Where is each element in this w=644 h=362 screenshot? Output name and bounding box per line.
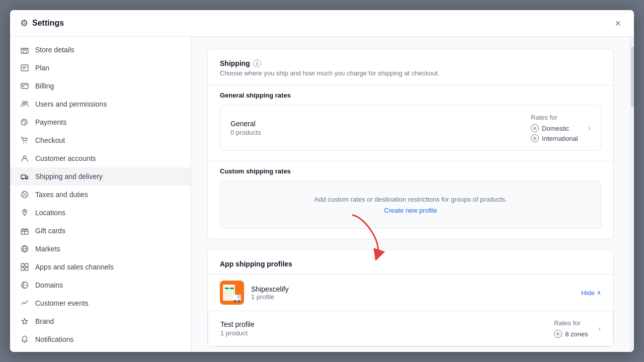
- general-card-name: General: [230, 120, 531, 128]
- sidebar-label-gift-cards: Gift cards: [35, 227, 65, 235]
- svg-point-37: [234, 301, 235, 302]
- sidebar-item-payments[interactable]: Payments: [10, 113, 191, 131]
- customer-accounts-icon: [20, 154, 29, 163]
- sidebar-label-plan: Plan: [35, 64, 49, 72]
- test-profile-name: Test profile: [220, 320, 554, 328]
- sidebar-label-domains: Domains: [35, 281, 63, 289]
- taxes-icon: [20, 190, 29, 199]
- locations-icon: [20, 208, 29, 217]
- app-info: Shipexcelify 1 profile: [251, 285, 289, 301]
- domestic-rate: ⊕ Domestic: [531, 124, 578, 132]
- close-button[interactable]: ×: [612, 17, 624, 29]
- sidebar-item-billing[interactable]: Billing: [10, 77, 191, 95]
- test-profile-left: Test profile 1 product: [220, 320, 554, 337]
- sidebar: Store details Plan Billing Users and per…: [10, 37, 191, 352]
- app-profiles-title: App shipping profiles: [208, 250, 613, 274]
- sidebar-item-customer-events[interactable]: Customer events: [10, 294, 191, 312]
- shipexcelify-icon-svg: [220, 281, 244, 305]
- main-inner: Shipping i Choose where you ship and how…: [191, 37, 630, 352]
- chevron-up-icon: ∧: [597, 289, 601, 296]
- sidebar-label-customer-accounts: Customer accounts: [35, 154, 96, 162]
- users-icon: [20, 100, 29, 109]
- svg-rect-20: [25, 267, 28, 270]
- svg-rect-17: [21, 263, 24, 266]
- svg-rect-18: [25, 263, 28, 266]
- test-profile-right: Rates for ⊕ 8 zones: [554, 319, 588, 338]
- app-count: 1 profile: [251, 293, 289, 301]
- svg-rect-19: [21, 267, 24, 270]
- domains-icon: [20, 281, 29, 290]
- sidebar-item-store-details[interactable]: Store details: [10, 41, 191, 59]
- globe-icon-domestic: ⊕: [531, 124, 539, 132]
- sidebar-item-apps[interactable]: Apps and sales channels: [10, 258, 191, 276]
- sidebar-label-users: Users and permissions: [35, 100, 107, 108]
- app-profiles-section: App shipping profiles: [207, 249, 614, 347]
- domestic-label: Domestic: [542, 125, 569, 132]
- title-bar: ⚙ Settings ×: [10, 10, 634, 37]
- window-title: Settings: [32, 19, 64, 28]
- globe-icon-zones: ⊕: [554, 330, 562, 338]
- markets-icon: [20, 244, 29, 253]
- svg-rect-29: [225, 290, 229, 292]
- sidebar-label-checkout: Checkout: [35, 136, 65, 144]
- sidebar-item-users[interactable]: Users and permissions: [10, 95, 191, 113]
- sidebar-item-checkout[interactable]: Checkout: [10, 131, 191, 149]
- app-icon: [220, 281, 244, 305]
- international-label: International: [542, 135, 578, 142]
- svg-point-14: [24, 211, 26, 212]
- svg-point-5: [23, 102, 25, 104]
- info-icon[interactable]: i: [253, 59, 261, 67]
- sidebar-label-store-details: Store details: [35, 46, 74, 54]
- general-rates-card[interactable]: General 0 products Rates for ⊕ Domestic …: [220, 105, 601, 151]
- test-profile-card[interactable]: Test profile 1 product Rates for ⊕ 8 zon…: [208, 311, 613, 346]
- gift-cards-icon: [20, 226, 29, 235]
- svg-point-9: [24, 156, 26, 158]
- checkout-icon: [20, 136, 29, 145]
- sidebar-label-notifications: Notifications: [35, 335, 73, 343]
- sidebar-item-markets[interactable]: Markets: [10, 240, 191, 258]
- sidebar-item-brand[interactable]: Brand: [10, 312, 191, 330]
- rates-card-right: Rates for ⊕ Domestic ⊕ International: [531, 114, 578, 142]
- sidebar-item-taxes[interactable]: Taxes and duties: [10, 186, 191, 204]
- sidebar-item-notifications[interactable]: Notifications: [10, 330, 191, 348]
- payments-icon: [20, 118, 29, 127]
- sidebar-label-markets: Markets: [35, 245, 60, 253]
- gear-icon: ⚙: [20, 18, 28, 29]
- sidebar-item-custom-data[interactable]: Custom data: [10, 348, 191, 352]
- rates-for-label: Rates for: [531, 114, 578, 121]
- sidebar-item-plan[interactable]: Plan: [10, 59, 191, 77]
- sidebar-item-domains[interactable]: Domains: [10, 276, 191, 294]
- svg-rect-32: [230, 293, 234, 294]
- shipping-icon: [20, 172, 29, 181]
- svg-rect-31: [225, 293, 229, 294]
- store-icon: [20, 45, 29, 54]
- custom-empty-text: Add custom rates or destination restrict…: [230, 196, 591, 203]
- sidebar-item-shipping[interactable]: Shipping and delivery: [10, 167, 191, 186]
- svg-point-6: [26, 102, 28, 104]
- hide-button[interactable]: Hide ∧: [581, 289, 601, 297]
- sidebar-label-brand: Brand: [35, 317, 54, 325]
- sidebar-label-locations: Locations: [35, 209, 65, 217]
- svg-point-38: [238, 301, 239, 302]
- shipping-subtitle: Choose where you ship and how much you c…: [220, 69, 601, 77]
- test-rates-for-label: Rates for: [554, 319, 588, 327]
- notifications-icon: [20, 335, 29, 344]
- app-name: Shipexcelify: [251, 285, 289, 293]
- create-profile-link[interactable]: Create new profile: [384, 207, 437, 214]
- shipping-section: Shipping i Choose where you ship and how…: [207, 49, 614, 239]
- svg-point-7: [23, 142, 24, 143]
- right-scrollbar: [630, 37, 634, 352]
- zones-label: 8 zones: [565, 330, 588, 338]
- main-content: Shipping i Choose where you ship and how…: [191, 37, 630, 352]
- sidebar-item-gift-cards[interactable]: Gift cards: [10, 222, 191, 240]
- sidebar-label-payments: Payments: [35, 118, 66, 126]
- sidebar-item-customer-accounts[interactable]: Customer accounts: [10, 149, 191, 167]
- svg-rect-1: [23, 50, 26, 53]
- body: Store details Plan Billing Users and per…: [10, 37, 634, 352]
- svg-rect-4: [22, 86, 24, 87]
- general-card-count: 0 products: [230, 129, 531, 136]
- sidebar-label-taxes: Taxes and duties: [35, 191, 88, 199]
- sidebar-item-locations[interactable]: Locations: [10, 204, 191, 222]
- brand-icon: [20, 317, 29, 326]
- svg-rect-28: [230, 288, 234, 289]
